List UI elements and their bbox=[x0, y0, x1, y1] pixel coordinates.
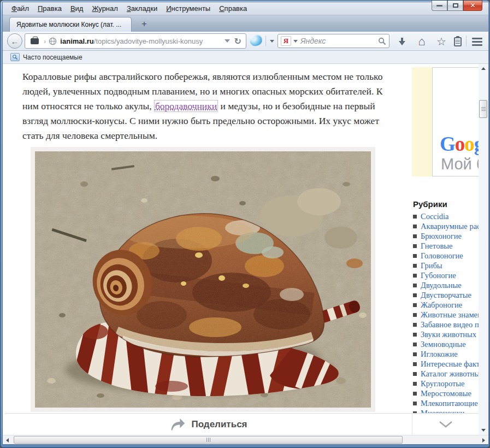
share-collapse-button[interactable] bbox=[412, 414, 479, 435]
category-link[interactable]: Млекопитающие bbox=[421, 399, 478, 408]
search-bar[interactable]: Я Яндекс bbox=[278, 34, 389, 48]
bookmark-label: Часто посещаемые bbox=[23, 54, 82, 61]
yandex-engine-icon[interactable]: Я bbox=[281, 36, 291, 46]
category-item[interactable]: Гнетовые bbox=[413, 241, 479, 251]
category-link[interactable]: Интересные факты bbox=[421, 359, 479, 369]
maximize-icon bbox=[453, 3, 458, 8]
google-ad-box[interactable]: Googl Мой б bbox=[432, 67, 479, 176]
home-button[interactable]: ⌂ bbox=[414, 34, 430, 49]
category-item[interactable]: Двустворчатые bbox=[413, 290, 479, 300]
clipboard-button[interactable] bbox=[450, 34, 466, 49]
category-item[interactable]: Двудольные bbox=[413, 280, 479, 290]
scroll-down-button[interactable] bbox=[479, 426, 488, 435]
page-viewport: Коралловые рифы австралийского побережья… bbox=[3, 64, 488, 435]
search-engine-dropdown-icon[interactable] bbox=[293, 40, 298, 43]
menu-item[interactable]: Правка bbox=[33, 3, 66, 14]
category-link[interactable]: Coccidia bbox=[421, 212, 449, 221]
category-link[interactable]: Меростомовые bbox=[421, 389, 471, 398]
google-logo: Googl bbox=[440, 132, 479, 156]
category-link[interactable]: Гнетовые bbox=[421, 241, 452, 251]
urlbar-dropdown-icon[interactable] bbox=[225, 39, 230, 43]
maximize-button[interactable] bbox=[447, 1, 463, 11]
category-link[interactable]: Звуки животных bbox=[421, 330, 476, 339]
bookmark-frequent-sites[interactable]: Часто посещаемые bbox=[7, 52, 86, 62]
briefcase-icon[interactable] bbox=[31, 38, 39, 44]
category-link[interactable]: Грибы bbox=[421, 261, 442, 270]
active-tab[interactable]: Ядовитые моллюски Конус (лат. ... bbox=[9, 17, 132, 32]
menu-item[interactable]: Файл bbox=[7, 3, 33, 14]
bookmark-star-button[interactable]: ☆ bbox=[433, 34, 450, 49]
category-item[interactable]: Губоногие bbox=[413, 270, 479, 280]
menu-item[interactable]: Инструменты bbox=[162, 3, 215, 14]
menu-panel-button[interactable] bbox=[469, 34, 485, 49]
category-link[interactable]: Аквариумные расте bbox=[421, 222, 479, 231]
category-item[interactable]: Животные знамени bbox=[413, 310, 479, 320]
minimize-button[interactable] bbox=[432, 1, 447, 11]
category-item[interactable]: Звуки животных bbox=[413, 329, 479, 339]
category-link[interactable]: Брюхоногие bbox=[421, 232, 462, 241]
category-link[interactable]: Губоногие bbox=[421, 271, 456, 280]
search-placeholder: Яндекс bbox=[300, 37, 378, 45]
minimize-icon bbox=[436, 5, 442, 7]
horizontal-scrollbar[interactable] bbox=[3, 435, 488, 444]
horizontal-scroll-thumb[interactable] bbox=[14, 436, 403, 444]
search-icon[interactable] bbox=[378, 37, 386, 45]
back-button[interactable]: ← bbox=[7, 33, 22, 49]
cone-snail-photo[interactable] bbox=[35, 151, 371, 408]
category-item[interactable]: Забавное видео про bbox=[413, 320, 479, 329]
menu-item[interactable]: Справка bbox=[215, 3, 251, 14]
url-path: /topics/yadovitye-mollyuski-konusy bbox=[94, 37, 203, 45]
category-link[interactable]: Двудольные bbox=[421, 281, 462, 290]
category-link[interactable]: Забавное видео про bbox=[421, 320, 479, 329]
category-item[interactable]: Круглоротые bbox=[413, 379, 479, 388]
downloads-button[interactable] bbox=[394, 34, 410, 49]
url-text[interactable]: ianimal.ru/topics/yadovitye-mollyuski-ko… bbox=[60, 37, 220, 45]
category-item[interactable]: Млекопитающие bbox=[413, 398, 479, 408]
category-link[interactable]: Двустворчатые bbox=[421, 291, 471, 300]
category-link[interactable]: Жаброногие bbox=[421, 300, 462, 310]
bullet-icon bbox=[413, 303, 417, 307]
bullet-icon bbox=[413, 372, 417, 376]
extension-blob-icon[interactable] bbox=[249, 34, 263, 47]
home-icon: ⌂ bbox=[418, 36, 425, 47]
category-item[interactable]: Иглокожие bbox=[413, 349, 479, 359]
category-item[interactable]: Интересные факты bbox=[413, 359, 479, 369]
category-link[interactable]: Головоногие bbox=[421, 251, 463, 261]
article-paragraph: Коралловые рифы австралийского побережья… bbox=[22, 69, 388, 143]
url-bar[interactable]: › ianimal.ru/topics/yadovitye-mollyuski-… bbox=[25, 33, 246, 49]
scroll-up-button[interactable] bbox=[479, 64, 488, 73]
category-item[interactable]: Головоногие bbox=[413, 251, 479, 261]
navigation-toolbar: ← › ianimal.ru/topics/yadovitye-mollyusk… bbox=[3, 32, 488, 51]
scroll-right-button[interactable] bbox=[479, 435, 488, 445]
category-link[interactable]: Земноводные bbox=[421, 340, 466, 349]
scroll-left-button[interactable] bbox=[3, 435, 12, 445]
share-label: Поделиться bbox=[191, 419, 247, 430]
category-item[interactable]: Меростомовые bbox=[413, 388, 479, 398]
reload-button[interactable]: ↻ bbox=[234, 36, 241, 46]
category-item[interactable]: Брюхоногие bbox=[413, 231, 479, 241]
category-link[interactable]: Иглокожие bbox=[421, 350, 458, 359]
category-item[interactable]: Каталог животных о bbox=[413, 369, 479, 379]
category-item[interactable]: Грибы bbox=[413, 261, 479, 270]
category-link[interactable]: Каталог животных о bbox=[421, 369, 479, 379]
new-tab-button[interactable]: + bbox=[137, 18, 151, 30]
vertical-scroll-thumb[interactable] bbox=[479, 100, 487, 118]
bullet-icon bbox=[413, 362, 417, 366]
warthog-link[interactable]: бородавочники bbox=[154, 100, 218, 112]
category-list: CoccidiaАквариумные растеБрюхоногиеГнето… bbox=[413, 211, 479, 419]
category-item[interactable]: Аквариумные расте bbox=[413, 221, 479, 231]
share-button[interactable]: Поделиться bbox=[5, 414, 412, 435]
category-item[interactable]: Земноводные bbox=[413, 339, 479, 349]
category-link[interactable]: Круглоротые bbox=[421, 379, 465, 388]
menu-item[interactable]: Журнал bbox=[87, 3, 122, 14]
close-button[interactable]: ✕ bbox=[463, 1, 482, 11]
menu-item[interactable]: Вид bbox=[66, 3, 88, 14]
extension-dropdown-icon[interactable] bbox=[270, 40, 274, 43]
download-icon bbox=[399, 38, 405, 45]
back-icon: ← bbox=[11, 37, 19, 46]
vertical-scrollbar[interactable] bbox=[479, 64, 488, 435]
category-item[interactable]: Coccidia bbox=[413, 211, 479, 221]
category-link[interactable]: Животные знамени bbox=[421, 310, 479, 320]
category-item[interactable]: Жаброногие bbox=[413, 300, 479, 310]
menu-item[interactable]: Закладки bbox=[122, 3, 162, 14]
